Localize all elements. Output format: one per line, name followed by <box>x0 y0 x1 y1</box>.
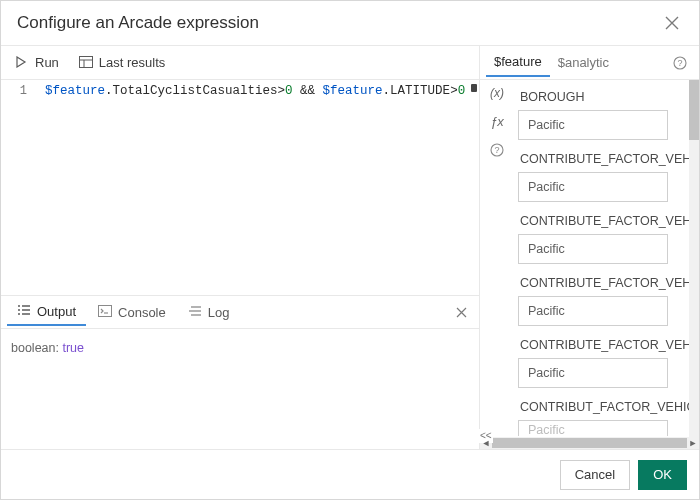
field-label: CONTRIBUTE_FACTOR_VEHICLE <box>518 210 691 234</box>
tab-feature[interactable]: $feature <box>486 49 550 77</box>
field-label: CONTRIBUTE_FACTOR_VEHICLE <box>518 272 691 296</box>
field-value[interactable]: Pacific <box>518 110 668 140</box>
close-button[interactable] <box>661 14 683 32</box>
tab-output-label: Output <box>37 304 76 319</box>
run-button[interactable]: Run <box>7 50 67 76</box>
svg-rect-0 <box>79 56 92 67</box>
vertical-scroll-thumb[interactable] <box>689 80 699 140</box>
code-content[interactable]: $feature.TotalCyclistCasualties>0 && $fe… <box>41 80 479 295</box>
dialog-header: Configure an Arcade expression <box>1 1 699 46</box>
last-results-button[interactable]: Last results <box>71 50 173 76</box>
dialog-footer: Cancel OK <box>1 449 699 499</box>
close-icon <box>665 16 679 30</box>
play-icon <box>15 56 29 70</box>
functions-category[interactable]: ƒx <box>490 114 504 129</box>
tab-console[interactable]: Console <box>88 298 176 326</box>
tab-output[interactable]: Output <box>7 298 86 326</box>
help-icon: ? <box>490 143 504 157</box>
editor-toolbar: Run Last results <box>1 46 479 80</box>
run-label: Run <box>35 55 59 70</box>
arcade-expression-dialog: Configure an Arcade expression Run Last … <box>0 0 700 500</box>
output-panel: boolean: true <box>1 329 479 449</box>
field-label: BOROUGH <box>518 86 691 110</box>
line-number: 1 <box>1 84 27 98</box>
ok-button[interactable]: OK <box>638 460 687 490</box>
tab-analytic[interactable]: $analytic <box>550 49 617 77</box>
globals-category[interactable]: (x) <box>490 86 504 100</box>
console-icon <box>98 305 112 319</box>
cancel-button[interactable]: Cancel <box>560 460 630 490</box>
minimap-marker <box>471 84 477 92</box>
output-type: boolean: <box>11 341 62 355</box>
output-icon <box>17 304 31 318</box>
tab-log[interactable]: Log <box>178 298 240 326</box>
svg-rect-9 <box>99 306 112 317</box>
scroll-right-icon[interactable]: ► <box>687 437 699 449</box>
field-label: CONTRIBUT_FACTOR_VEHICLE_ <box>518 396 691 420</box>
output-value: true <box>62 341 84 355</box>
field-label: CONTRIBUTE_FACTOR_VEHICLE <box>518 334 691 358</box>
fields-list[interactable]: BOROUGHPacificCONTRIBUTE_FACTOR_VEHICLEP… <box>514 80 699 437</box>
code-editor[interactable]: 1 $feature.TotalCyclistCasualties>0 && $… <box>1 80 479 295</box>
scroll-left-icon[interactable]: ◄ <box>480 437 492 449</box>
dialog-title: Configure an Arcade expression <box>17 13 259 33</box>
tab-log-label: Log <box>208 305 230 320</box>
tab-console-label: Console <box>118 305 166 320</box>
help-button[interactable]: ? <box>667 54 693 72</box>
close-icon <box>456 307 467 318</box>
last-results-label: Last results <box>99 55 165 70</box>
output-close-button[interactable] <box>450 305 473 320</box>
left-pane: Run Last results 1 $feature.TotalCyclist… <box>1 46 480 449</box>
category-column: (x) ƒx ? <box>480 80 514 437</box>
svg-text:?: ? <box>494 145 499 155</box>
log-icon <box>188 305 202 319</box>
field-label: CONTRIBUTE_FACTOR_VEHICLE <box>518 148 691 172</box>
field-value[interactable]: Pacific <box>518 420 668 436</box>
field-value[interactable]: Pacific <box>518 172 668 202</box>
horizontal-scroll-thumb[interactable] <box>492 438 687 448</box>
constants-category[interactable]: ? <box>490 143 504 157</box>
field-value[interactable]: Pacific <box>518 234 668 264</box>
globals-tabbar: $feature $analytic ? <box>480 46 699 80</box>
line-gutter: 1 <box>1 80 41 295</box>
horizontal-scrollbar[interactable]: ◄ ► <box>480 437 699 449</box>
svg-text:?: ? <box>677 58 682 68</box>
field-value[interactable]: Pacific <box>518 296 668 326</box>
results-icon <box>79 56 93 70</box>
right-pane: $feature $analytic ? (x) ƒx ? BOROUGHPac… <box>480 46 699 449</box>
vertical-scrollbar[interactable] <box>689 80 699 449</box>
output-tabbar: Output Console Log <box>1 295 479 329</box>
help-icon: ? <box>673 56 687 70</box>
field-value[interactable]: Pacific <box>518 358 668 388</box>
